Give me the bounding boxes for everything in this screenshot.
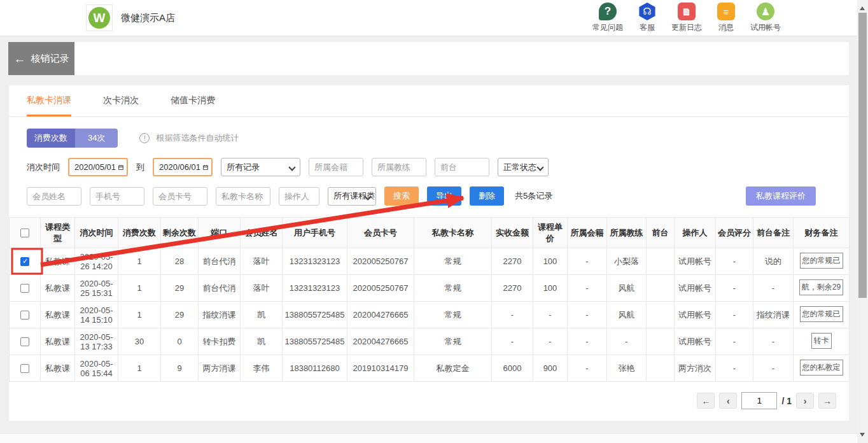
- row-checkbox[interactable]: [20, 257, 29, 266]
- table-cell: 常规: [414, 275, 492, 302]
- finance-note-box[interactable]: 您的私教定: [800, 360, 843, 376]
- delete-button[interactable]: 删除: [470, 186, 504, 206]
- table-cell: 前台代消: [199, 275, 241, 302]
- logo-w-icon: W: [88, 7, 110, 29]
- date-to-value: 2020/06/01: [159, 162, 200, 172]
- membership-input[interactable]: [309, 158, 363, 176]
- table-cell: 指纹消课: [199, 302, 241, 328]
- table-cell: [647, 302, 675, 328]
- table-cell: 李伟: [241, 355, 283, 382]
- row-checkbox-cell: [10, 302, 41, 328]
- table-cell: 28: [161, 248, 199, 275]
- table-cell: 私教课: [41, 302, 75, 328]
- calendar-icon: [203, 164, 208, 171]
- table-cell: 2270: [492, 275, 533, 302]
- pt-course-evaluation-button[interactable]: 私教课程评价: [746, 186, 816, 206]
- row-checkbox-cell: [10, 275, 41, 302]
- table-cell: 风航: [607, 275, 647, 302]
- trial-account-icon: ♟: [757, 3, 774, 20]
- finance-note-box[interactable]: 您的常规已: [800, 306, 843, 322]
- trial-account-nav-item[interactable]: ♟ 试用帐号: [750, 3, 781, 33]
- table-cell: 2020-05-26 14:20: [75, 248, 118, 275]
- course-type-select[interactable]: 所有课程类: [328, 187, 376, 206]
- tab-pt-card[interactable]: 私教卡消课: [27, 85, 71, 116]
- select-all-checkbox[interactable]: [20, 229, 29, 237]
- row-checkbox-cell: [10, 328, 41, 355]
- table-cell: -: [753, 355, 794, 382]
- member-name-input[interactable]: [27, 187, 81, 206]
- finance-note-box[interactable]: 转卡: [811, 333, 832, 349]
- operator-input[interactable]: [279, 187, 319, 206]
- table-cell: 试用帐号: [675, 302, 716, 328]
- table-row: 私教课2020-05-26 14:20128前台代消落叶132313231232…: [10, 248, 850, 275]
- date-from-input[interactable]: 2020/05/01: [68, 158, 128, 176]
- table-cell: 9: [161, 355, 199, 382]
- member-card-input[interactable]: [153, 187, 207, 206]
- table-cell: [647, 275, 675, 302]
- table-cell: -: [568, 275, 607, 302]
- export-button[interactable]: 导出: [427, 186, 461, 206]
- info-icon: !: [139, 133, 150, 143]
- vertical-scrollbar-thumb[interactable]: [858, 13, 867, 298]
- prev-page-button[interactable]: ‹: [719, 393, 737, 409]
- column-header: 私教卡名称: [414, 218, 492, 248]
- table-cell: 1388055725485: [283, 302, 347, 328]
- horizontal-scrollbar[interactable]: [0, 433, 857, 443]
- table-cell: 1: [118, 355, 161, 382]
- search-button[interactable]: 搜索: [384, 186, 419, 206]
- date-range-label: 消次时间: [27, 162, 60, 173]
- column-header: 实收金额: [492, 218, 533, 248]
- table-cell: 试用帐号: [675, 248, 716, 275]
- table-cell: -: [533, 302, 568, 328]
- row-checkbox[interactable]: [20, 337, 29, 346]
- next-page-button[interactable]: ›: [796, 393, 814, 409]
- table-cell: [647, 248, 675, 275]
- store-name: 微健演示A店: [121, 12, 175, 24]
- messages-nav-item[interactable]: ≡ 消息: [717, 3, 735, 33]
- changelog-nav-item[interactable]: 🗎 更新日志: [671, 3, 702, 33]
- scrollbar-down-arrow-icon[interactable]: [860, 433, 865, 439]
- faq-nav-item[interactable]: ? 常见问题: [592, 3, 623, 33]
- column-header: 操作人: [675, 218, 716, 248]
- first-page-button[interactable]: ←: [697, 393, 715, 409]
- main-panel: 私教卡消课 次卡消次 储值卡消费 消费次数 34次 ! 根据筛选条件自动统计 消…: [9, 85, 849, 421]
- finance-note-cell: 您的常规已: [794, 248, 850, 275]
- question-bubble-icon: ?: [599, 3, 617, 20]
- badge-value: 34次: [75, 129, 118, 148]
- record-type-select[interactable]: 所有记录: [221, 158, 300, 176]
- frontdesk-input[interactable]: [435, 158, 489, 176]
- table-cell: -: [716, 328, 753, 355]
- back-button[interactable]: ← 核销记录: [8, 42, 74, 75]
- table-row: 私教课2020-05-13 17:33300转卡扣费凯1388055725485…: [10, 328, 850, 355]
- table-cell: 指纹消课: [753, 302, 794, 328]
- finance-note-box[interactable]: 航，剩余29: [799, 279, 843, 295]
- coach-input[interactable]: [372, 158, 426, 176]
- row-checkbox[interactable]: [20, 311, 29, 320]
- page-number-input[interactable]: [741, 392, 777, 409]
- pt-card-name-input[interactable]: [216, 187, 270, 206]
- finance-note-cell: 航，剩余29: [794, 275, 850, 302]
- finance-note-box[interactable]: 您的常规已: [800, 253, 843, 269]
- column-header: 剩余次数: [161, 218, 199, 248]
- phone-input[interactable]: [90, 187, 144, 206]
- table-cell: [647, 355, 675, 382]
- customer-service-label: 客服: [640, 22, 655, 33]
- finance-note-cell: 转卡: [794, 328, 850, 355]
- tab-count-card[interactable]: 次卡消次: [103, 85, 139, 116]
- table-cell: 试用帐号: [675, 328, 716, 355]
- table-cell: 说的: [753, 248, 794, 275]
- last-page-button[interactable]: →: [818, 393, 836, 409]
- table-cell: 18380112680: [283, 355, 347, 382]
- row-checkbox[interactable]: [20, 364, 29, 373]
- table-cell: 张艳: [607, 355, 647, 382]
- date-to-input[interactable]: 2020/06/01: [153, 158, 213, 176]
- tab-stored-value-card[interactable]: 储值卡消费: [171, 85, 215, 116]
- scrollbar-up-arrow-icon[interactable]: [860, 4, 865, 10]
- table-cell: 两方消课: [199, 355, 241, 382]
- customer-service-nav-item[interactable]: ☊ 客服: [638, 3, 656, 33]
- table-cell: -: [716, 302, 753, 328]
- table-cell: 两方消次: [675, 355, 716, 382]
- status-select[interactable]: 正常状态: [498, 158, 549, 176]
- vertical-scrollbar[interactable]: [857, 0, 868, 443]
- row-checkbox[interactable]: [20, 284, 29, 293]
